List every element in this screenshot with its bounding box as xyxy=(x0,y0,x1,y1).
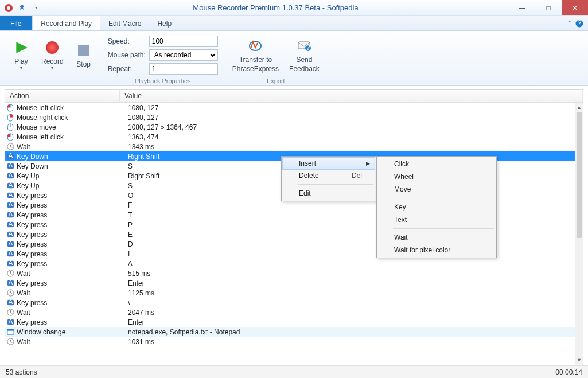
row-action: Mouse right click xyxy=(15,114,120,122)
table-row[interactable]: Mouse right click1080, 127 xyxy=(5,112,575,122)
menu-item-key[interactable]: Key xyxy=(378,201,495,213)
context-menu[interactable]: Insert▶DeleteDelEdit xyxy=(281,156,376,201)
record-button[interactable]: Record ▾ xyxy=(39,38,66,72)
transfer-to-phraseexpress-button[interactable]: Transfer to PhraseExpress xyxy=(230,36,281,74)
row-action: Wait xyxy=(15,143,120,151)
row-action: Key press xyxy=(15,279,120,287)
tab-edit-macro[interactable]: Edit Macro xyxy=(100,16,149,30)
menu-item-click[interactable]: Click xyxy=(378,158,495,170)
transfer-icon xyxy=(246,37,265,54)
svg-text:A: A xyxy=(8,240,13,247)
key-icon: A xyxy=(5,250,15,258)
row-value: I xyxy=(120,250,575,258)
menu-item-edit[interactable]: Edit xyxy=(283,187,375,200)
scrollbar-thumb[interactable] xyxy=(577,112,582,238)
menu-item-delete[interactable]: DeleteDel xyxy=(283,169,375,182)
stop-icon xyxy=(78,45,89,56)
menu-item-wheel[interactable]: Wheel xyxy=(378,170,495,183)
table-row[interactable]: Wait2047 ms xyxy=(5,307,575,317)
play-dropdown-icon: ▾ xyxy=(20,65,22,71)
table-row[interactable]: AKey pressA xyxy=(5,259,575,268)
key-icon: A xyxy=(5,260,15,267)
quick-access-toolbar: ▾ xyxy=(0,2,42,14)
table-row[interactable]: Wait1343 ms xyxy=(5,142,575,151)
column-value[interactable]: Value xyxy=(120,90,583,102)
row-value: 1343 ms xyxy=(120,143,575,151)
row-value: 1363, 474 xyxy=(120,133,575,141)
pin-icon[interactable] xyxy=(16,2,29,14)
row-action: Key Down xyxy=(15,162,120,170)
context-submenu-insert[interactable]: ClickWheelMoveKeyTextWaitWait for pixel … xyxy=(376,156,497,258)
row-action: Wait xyxy=(15,309,120,317)
win-icon xyxy=(5,328,15,336)
row-action: Key Up xyxy=(15,172,120,180)
clock-icon xyxy=(5,338,15,345)
stop-button[interactable]: Stop xyxy=(72,41,96,69)
svg-text:A: A xyxy=(8,211,13,217)
table-row[interactable]: Mouse left click1363, 474 xyxy=(5,132,575,142)
ribbon: Play ▾ Record ▾ Stop . Speed: Mouse path… xyxy=(0,31,588,86)
status-action-count: 53 actions xyxy=(6,368,37,376)
table-row[interactable]: AKey pressEnter xyxy=(5,278,575,288)
svg-text:A: A xyxy=(8,231,13,237)
vertical-scrollbar[interactable]: ▲ ▼ xyxy=(575,103,583,365)
menu-item-text[interactable]: Text xyxy=(378,213,495,226)
scroll-up-icon[interactable]: ▲ xyxy=(575,103,583,112)
record-dropdown-icon: ▾ xyxy=(51,65,53,71)
table-row[interactable]: AKey pressEnter xyxy=(5,317,575,327)
row-action: Key press xyxy=(15,201,120,209)
play-button[interactable]: Play ▾ xyxy=(9,38,33,72)
key-icon: A xyxy=(5,162,15,170)
collapse-ribbon-icon[interactable]: ⌃ xyxy=(567,20,572,26)
table-row[interactable]: Wait515 ms xyxy=(5,268,575,278)
svg-point-1 xyxy=(7,6,10,10)
clock-icon xyxy=(5,270,15,277)
table-row[interactable]: Window changenotepad.exe, Softpedia.txt … xyxy=(5,327,575,337)
ribbon-tabs: File Record and Play Edit Macro Help ⌃ ? xyxy=(0,16,588,31)
maximize-button[interactable]: □ xyxy=(535,0,562,15)
table-row[interactable]: Mouse move1080, 127 » 1364, 467 xyxy=(5,122,575,132)
table-row[interactable]: AKey press\ xyxy=(5,298,575,307)
svg-text:A: A xyxy=(8,172,13,178)
mouse-path-select[interactable]: As recorded xyxy=(149,49,218,61)
menu-item-move[interactable]: Move xyxy=(378,183,495,196)
scroll-down-icon[interactable]: ▼ xyxy=(575,356,583,365)
mouse-path-label: Mouse path: xyxy=(108,51,146,59)
key-icon: A xyxy=(5,182,15,189)
row-action: Wait xyxy=(15,270,120,278)
speed-input[interactable] xyxy=(149,36,218,47)
file-menu[interactable]: File xyxy=(0,16,32,30)
column-action[interactable]: Action xyxy=(5,90,120,102)
svg-text:A: A xyxy=(8,250,13,256)
table-row[interactable]: Mouse left click1080, 127 xyxy=(5,103,575,112)
row-value: 515 ms xyxy=(120,270,575,278)
menu-item-insert[interactable]: Insert▶ xyxy=(282,157,375,170)
repeat-label: Repeat: xyxy=(108,65,146,73)
row-action: Window change xyxy=(15,328,120,336)
key-icon: A xyxy=(5,172,15,180)
export-group-label: Export xyxy=(267,77,285,85)
table-row[interactable]: Wait1125 ms xyxy=(5,288,575,298)
key-icon: A xyxy=(5,201,15,209)
submenu-arrow-icon: ▶ xyxy=(366,161,370,166)
repeat-input[interactable] xyxy=(149,63,218,75)
table-row[interactable]: Wait1031 ms xyxy=(5,337,575,346)
qat-dropdown[interactable]: ▾ xyxy=(30,2,42,14)
close-button[interactable]: ✕ xyxy=(562,0,588,15)
menu-item-wait[interactable]: Wait xyxy=(378,231,495,244)
menu-item-wait-for-pixel-color[interactable]: Wait for pixel color xyxy=(378,244,495,256)
tab-record-and-play[interactable]: Record and Play xyxy=(32,16,100,30)
key-icon: A xyxy=(5,221,15,228)
row-value: 1080, 127 xyxy=(120,114,575,122)
speed-label: Speed: xyxy=(108,37,146,45)
key-icon: A xyxy=(5,318,15,326)
row-action: Key press xyxy=(15,260,120,268)
status-time: 00:00:14 xyxy=(555,368,582,376)
send-feedback-button[interactable]: ? Send Feedback xyxy=(287,36,322,74)
help-icon[interactable]: ? xyxy=(575,20,583,28)
row-value: P xyxy=(120,221,575,229)
minimize-button[interactable]: — xyxy=(509,0,535,15)
clock-icon xyxy=(5,143,15,150)
tab-help[interactable]: Help xyxy=(149,16,180,30)
app-icon[interactable] xyxy=(2,2,15,14)
